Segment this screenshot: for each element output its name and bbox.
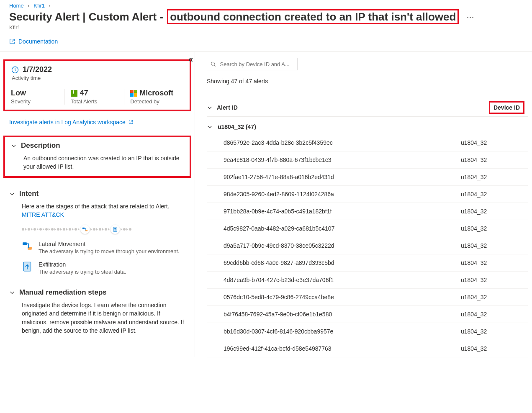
table-header: Alert ID Device ID	[207, 99, 528, 117]
alert-severity-icon	[71, 90, 77, 97]
intent-body: Here are the stages of the attack that a…	[22, 202, 185, 219]
chevron-down-icon	[207, 105, 213, 110]
lateral-movement-stage-icon[interactable]	[80, 225, 90, 234]
page-title-prefix: Security Alert | Custom Alert -	[9, 10, 166, 23]
column-device-id[interactable]: Device ID	[489, 101, 524, 114]
alert-id-cell: 0576dc10-5ed8-4c79-9c86-2749cca4be8e	[207, 294, 461, 300]
alert-id-cell: b4f76458-7692-45a7-9e0b-cf06e1b1e580	[207, 311, 461, 318]
chevron-down-icon	[207, 124, 213, 130]
right-panel: Showing 47 of 47 alerts Alert ID Device …	[195, 52, 532, 357]
table-row[interactable]: 196c99ed-412f-41ca-bcfd-d58e54987763u180…	[207, 340, 528, 357]
breadcrumb-hub[interactable]: Kfir1	[33, 3, 45, 9]
alert-id-cell: 984e2305-9260-4ed2-8609-1124f024286a	[207, 191, 461, 198]
remediation-toggle[interactable]: Manual remediation steps	[9, 288, 185, 297]
table-row[interactable]: 984e2305-9260-4ed2-8609-1124f024286au180…	[207, 186, 528, 203]
exfiltration-icon	[22, 261, 33, 272]
device-id-cell: u1804_32	[461, 156, 528, 163]
alert-id-cell: bb16d30d-0307-4cf6-8146-920cbba9957e	[207, 328, 461, 335]
device-id-cell: u1804_32	[461, 311, 528, 318]
remediation-title: Manual remediation steps	[19, 288, 107, 297]
activity-date: 1/7/2022	[23, 65, 52, 74]
device-id-cell: u1804_32	[461, 294, 528, 300]
exfiltration-stage-icon[interactable]	[111, 225, 120, 234]
severity-value: Low	[11, 89, 59, 97]
alert-id-cell: 4d5c9827-0aab-4482-a029-ca681b5c4107	[207, 225, 461, 232]
external-link-icon	[129, 120, 133, 124]
alert-id-cell: 196c99ed-412f-41ca-bcfd-d58e54987763	[207, 345, 461, 352]
device-id-cell: u1804_32	[461, 277, 528, 283]
intent-toggle[interactable]: Intent	[9, 190, 185, 198]
clock-icon	[11, 66, 19, 74]
device-id-cell: u1804_32	[461, 174, 528, 180]
activity-time-label: Activity time	[12, 75, 184, 81]
severity-label: Severity	[11, 98, 59, 105]
breadcrumb: Home › Kfir1 ›	[0, 0, 532, 10]
table-row[interactable]: d865792e-2ac3-4dda-b28c-3b2c5f4359ecu180…	[207, 134, 528, 151]
svg-point-7	[211, 62, 215, 65]
alert-id-cell: 4d87ea9b-b704-427c-b23d-e3e37da706f1	[207, 277, 461, 283]
intent-item-lateral-movement: Lateral Movement The adversary is trying…	[22, 241, 185, 254]
device-id-cell: u1804_32	[461, 345, 528, 352]
device-id-cell: u1804_32	[461, 208, 528, 215]
table-row[interactable]: b4f76458-7692-45a7-9e0b-cf06e1b1e580u180…	[207, 306, 528, 323]
search-icon	[211, 61, 216, 67]
more-actions-button[interactable]: ···	[466, 12, 474, 23]
group-row[interactable]: u1804_32 (47)	[207, 117, 528, 134]
intent-item-title: Exfiltration	[39, 261, 126, 268]
device-id-cell: u1804_32	[461, 191, 528, 198]
breadcrumb-home[interactable]: Home	[9, 3, 24, 9]
alert-id-cell: 902fae11-2756-471e-88a8-a016b2ed431d	[207, 174, 461, 180]
lateral-movement-icon	[22, 241, 33, 251]
investigate-log-analytics-link[interactable]: Investigate alerts in Log Analytics work…	[0, 111, 195, 131]
total-alerts-value: 47	[71, 89, 119, 97]
chevron-down-icon	[9, 290, 15, 295]
table-row[interactable]: 0576dc10-5ed8-4c79-9c86-2749cca4be8eu180…	[207, 289, 528, 306]
chevron-down-icon	[9, 191, 15, 197]
description-section: Description An outbound connection was c…	[3, 136, 191, 178]
alert-id-cell: d865792e-2ac3-4dda-b28c-3b2c5f4359ec	[207, 139, 461, 146]
table-row[interactable]: 9ea4c818-0439-4f7b-880a-673f1bcbe1c3u180…	[207, 151, 528, 169]
detected-by-value: Microsoft	[130, 89, 179, 97]
device-id-cell: u1804_32	[461, 242, 528, 249]
description-toggle[interactable]: Description	[11, 141, 184, 150]
intent-item-desc: The adversary is trying to steal data.	[39, 269, 126, 275]
table-row[interactable]: d9a5a717-0b9c-49cd-8370-38ce05c3222du180…	[207, 237, 528, 254]
search-input[interactable]	[219, 61, 294, 68]
mitre-attack-link[interactable]: MITRE ATT&CK	[22, 211, 64, 218]
description-body: An outbound connection was created to an…	[23, 154, 184, 171]
table-row[interactable]: 4d5c9827-0aab-4482-a029-ca681b5c4107u180…	[207, 220, 528, 237]
table-row[interactable]: 971bb28a-0b9e-4c74-a0b5-c491a182bf1fu180…	[207, 203, 528, 220]
intent-title: Intent	[19, 190, 39, 198]
table-row[interactable]: 902fae11-2756-471e-88a8-a016b2ed431du180…	[207, 169, 528, 186]
documentation-label: Documentation	[18, 38, 58, 45]
device-id-cell: u1804_32	[461, 139, 528, 146]
intent-item-title: Lateral Movement	[39, 241, 180, 247]
table-row[interactable]: 4d87ea9b-b704-427c-b23d-e3e37da706f1u180…	[207, 272, 528, 289]
device-id-cell: u1804_32	[461, 225, 528, 232]
table-row[interactable]: bb16d30d-0307-4cf6-8146-920cbba9957eu180…	[207, 323, 528, 340]
microsoft-logo-icon	[130, 90, 137, 97]
external-link-icon	[9, 38, 15, 44]
breadcrumb-sep: ›	[25, 3, 32, 9]
breadcrumb-sep: ›	[46, 3, 53, 9]
left-panel: « 1/7/2022 Activity time Low Severity 47…	[0, 52, 195, 357]
collapse-panel-button[interactable]: «	[188, 54, 193, 64]
intent-section: Intent Here are the stages of the attack…	[0, 182, 195, 275]
chevron-down-icon	[11, 143, 17, 149]
intent-item-exfiltration: Exfiltration The adversary is trying to …	[22, 261, 185, 275]
description-title: Description	[21, 141, 60, 150]
alert-id-cell: d9a5a717-0b9c-49cd-8370-38ce05c3222d	[207, 242, 461, 249]
table-row[interactable]: 69cdd6bb-cd68-4a0c-9827-a897d393c5bdu180…	[207, 254, 528, 272]
search-box[interactable]	[207, 58, 298, 70]
documentation-link[interactable]: Documentation	[9, 38, 58, 45]
group-label: u1804_32 (47)	[218, 123, 256, 130]
column-alert-id[interactable]: Alert ID	[207, 104, 489, 111]
device-id-cell: u1804_32	[461, 259, 528, 266]
alert-id-cell: 971bb28a-0b9e-4c74-a0b5-c491a182bf1f	[207, 208, 461, 215]
remediation-section: Manual remediation steps Investigate the…	[0, 275, 195, 346]
page-title: Security Alert | Custom Alert - outbound…	[9, 10, 459, 23]
alert-id-cell: 69cdd6bb-cd68-4a0c-9827-a897d393c5bd	[207, 259, 461, 266]
intent-item-desc: The adversary is trying to move through …	[39, 248, 180, 254]
alert-id-cell: 9ea4c818-0439-4f7b-880a-673f1bcbe1c3	[207, 156, 461, 163]
svg-rect-1	[82, 228, 85, 229]
